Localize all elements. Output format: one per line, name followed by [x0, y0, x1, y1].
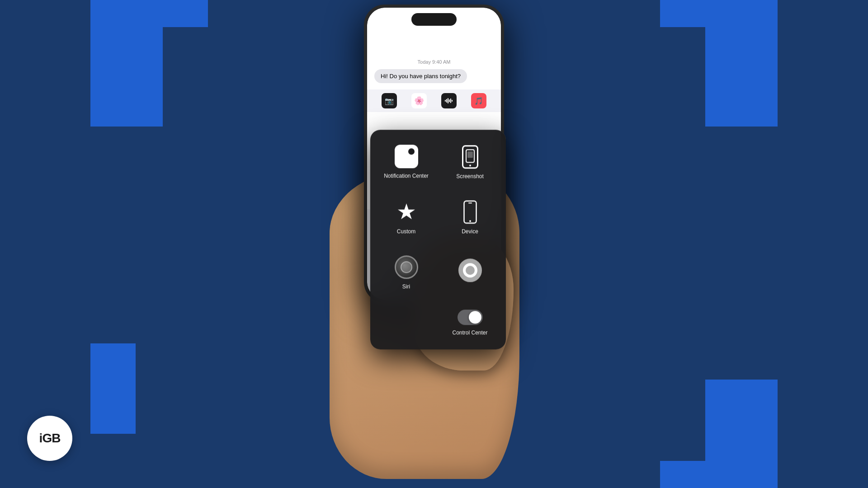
custom-label: Custom — [397, 228, 415, 235]
svg-rect-1 — [446, 99, 447, 103]
svg-rect-0 — [445, 100, 446, 102]
svg-point-11 — [469, 220, 471, 222]
circle-icon — [458, 258, 482, 282]
camera-app-icon: 📷 — [382, 93, 397, 108]
voice-memo-icon — [441, 93, 457, 108]
svg-rect-10 — [464, 201, 476, 223]
siri-icon — [395, 255, 418, 279]
menu-item-circle[interactable] — [439, 244, 501, 299]
toggle-icon — [458, 310, 483, 325]
app-icons-row: 📷 🌸 🎵 — [367, 89, 501, 112]
menu-item-siri[interactable]: Siri — [375, 244, 438, 299]
svg-rect-9 — [467, 151, 473, 158]
svg-rect-12 — [468, 202, 472, 203]
context-menu: Notification Center Screenshot — [370, 130, 506, 349]
context-menu-container: Notification Center Screenshot — [370, 130, 506, 349]
screenshot-icon — [458, 145, 482, 169]
circle-inner — [463, 263, 477, 277]
notification-dot — [408, 148, 415, 155]
svg-point-8 — [469, 164, 471, 166]
igb-logo: iGB — [27, 416, 72, 461]
device-label: Device — [462, 228, 478, 235]
notification-center-label: Notification Center — [384, 173, 429, 180]
svg-rect-2 — [448, 98, 448, 103]
control-center-label: Control Center — [452, 329, 487, 337]
circle-dot — [466, 266, 475, 275]
siri-label: Siri — [402, 283, 410, 290]
svg-rect-3 — [449, 99, 450, 102]
igb-logo-text: iGB — [39, 431, 61, 446]
menu-item-control-center[interactable]: Control Center — [439, 300, 501, 345]
message-bubble: Hi! Do you have plans tonight? — [374, 69, 467, 83]
message-timestamp: Today 9:40 AM — [367, 57, 501, 66]
siri-inner — [401, 261, 412, 273]
menu-item-custom[interactable]: Custom — [375, 189, 438, 244]
main-scene: Today 9:40 AM Hi! Do you have plans toni… — [0, 0, 868, 488]
notification-center-icon — [395, 145, 418, 168]
photos-app-icon: 🌸 — [411, 93, 427, 108]
message-container: Hi! Do you have plans tonight? — [367, 66, 501, 86]
screenshot-label: Screenshot — [456, 173, 484, 179]
phone-top-area — [367, 30, 501, 57]
svg-rect-4 — [450, 99, 451, 103]
toggle-knob — [469, 311, 481, 324]
menu-item-notification-center[interactable]: Notification Center — [375, 134, 438, 188]
device-icon — [458, 200, 482, 224]
dynamic-island — [411, 13, 457, 26]
svg-rect-5 — [452, 100, 453, 102]
music-app-icon: 🎵 — [471, 93, 486, 108]
menu-item-device[interactable]: Device — [439, 189, 501, 244]
custom-star-icon — [395, 200, 418, 224]
menu-item-screenshot[interactable]: Screenshot — [439, 134, 501, 188]
